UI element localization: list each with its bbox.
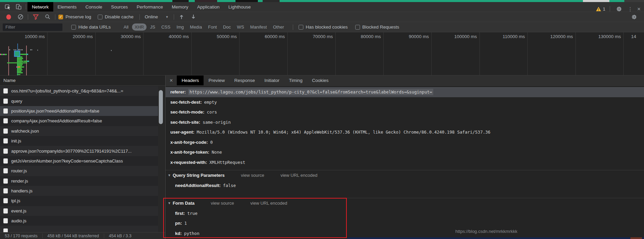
request-name: getJsVersionNumber.json?keyCode=senseCap…	[11, 158, 123, 164]
request-row[interactable]: getJsVersionNumber.json?keyCode=senseCap…	[0, 156, 158, 166]
detail-tab-timing[interactable]: Timing	[284, 75, 307, 85]
param-value[interactable]: 1	[184, 221, 187, 226]
detail-tab-cookies[interactable]: Cookies	[307, 75, 333, 85]
type-filter-media[interactable]: Media	[187, 23, 205, 31]
request-row[interactable]: approve.json?companyIds=307709%2C1179141…	[0, 146, 158, 156]
tab-lighthouse[interactable]: Lighthouse	[224, 2, 255, 12]
request-row[interactable]: positionAjax.json?needAddtionalResult=fa…	[0, 106, 158, 116]
request-row[interactable]: companyAjax.json?needAddtionalResult=fal…	[0, 116, 158, 126]
disclosure-triangle-icon[interactable]: ▼	[168, 201, 171, 205]
request-row[interactable]: tpl.js	[0, 196, 158, 206]
request-name: oss.html?u=/jobs/list_python/p-city_0&q=…	[11, 88, 123, 93]
param-name: first:	[175, 211, 185, 216]
header-value[interactable]: same-origin	[203, 120, 231, 125]
param-line: pn:1	[166, 218, 644, 228]
request-list-scrollbar-thumb[interactable]	[159, 90, 163, 124]
hide-data-urls-checkbox[interactable]: Hide data URLs	[71, 24, 111, 30]
detail-tab-initiator[interactable]: Initiator	[260, 75, 284, 85]
header-name: sec-fetch-mode:	[170, 109, 204, 115]
close-detail-icon[interactable]: ×	[166, 75, 177, 85]
request-row[interactable]: handlers.js	[0, 186, 158, 196]
param-value[interactable]: false	[223, 183, 236, 188]
header-value[interactable]: cors	[207, 109, 217, 115]
disable-cache-checkbox[interactable]: Disable cache	[98, 14, 134, 19]
param-name: pn:	[175, 221, 182, 226]
record-network-log-icon[interactable]	[4, 13, 13, 21]
view-source-link[interactable]: view source	[211, 201, 234, 206]
request-row[interactable]: render.js	[0, 176, 158, 186]
timeline-section: 110000 ms	[480, 32, 528, 75]
detail-tab-response[interactable]: Response	[229, 75, 260, 85]
header-line: referer:https://www.lagou.com/jobs/list_…	[166, 87, 644, 97]
header-value[interactable]: None	[212, 150, 222, 155]
header-value[interactable]: Mozilla/5.0 (Windows NT 10.0; Win64; x64…	[197, 130, 490, 135]
header-value[interactable]: empty	[204, 100, 217, 105]
close-devtools-icon[interactable]: ×	[637, 6, 641, 12]
view-URL-encoded-link[interactable]: view URL encoded	[250, 201, 287, 206]
type-filter-other[interactable]: Other	[270, 23, 287, 31]
network-settings-gear-icon[interactable]	[630, 13, 639, 21]
type-filter-js[interactable]: JS	[147, 23, 158, 31]
param-value[interactable]: true	[187, 211, 197, 216]
type-filter-img[interactable]: Img	[174, 23, 187, 31]
watermark: https://blog.csdn.net/mrkkmrkkk	[455, 229, 517, 234]
tab-elements[interactable]: Elements	[53, 2, 81, 12]
tab-sources[interactable]: Sources	[107, 2, 132, 12]
disclosure-triangle-icon[interactable]: ▼	[168, 173, 171, 177]
type-filter-manifest[interactable]: Manifest	[247, 23, 269, 31]
import-har-icon[interactable]	[177, 13, 186, 21]
request-row[interactable]: audio.js	[0, 216, 158, 226]
request-name: companyAjax.json?needAddtionalResult=fal…	[11, 118, 102, 123]
preserve-log-checkbox[interactable]: ✓ Preserve log	[58, 14, 91, 19]
type-filter-font[interactable]: Font	[205, 23, 220, 31]
section-header: ▼Form Dataview sourceview URL encoded	[166, 198, 644, 208]
request-detail-panel: × HeadersPreviewResponseInitiatorTimingC…	[166, 75, 644, 239]
header-value[interactable]: XMLHttpRequest	[209, 160, 245, 165]
request-row[interactable]	[0, 226, 158, 232]
type-filter-all[interactable]: All	[121, 23, 131, 31]
header-line: sec-fetch-dest:empty	[166, 97, 644, 107]
device-toolbar-icon[interactable]	[14, 3, 23, 11]
search-icon[interactable]	[43, 13, 52, 21]
name-column-header[interactable]: Name	[0, 75, 165, 86]
filter-input[interactable]	[3, 23, 62, 31]
param-name: kd:	[175, 231, 182, 236]
tab-application[interactable]: Application	[193, 2, 224, 12]
inspect-element-icon[interactable]	[3, 3, 12, 11]
type-filter-ws[interactable]: WS	[234, 23, 247, 31]
type-filter-css[interactable]: CSS	[158, 23, 173, 31]
throttling-dropdown[interactable]: Online ▼	[143, 14, 171, 19]
header-line: sec-fetch-mode:cors	[166, 107, 644, 117]
detail-tab-headers[interactable]: Headers	[177, 75, 204, 85]
request-row[interactable]: router.js	[0, 166, 158, 176]
request-row[interactable]: query	[0, 96, 158, 106]
request-row[interactable]: init.js	[0, 136, 158, 146]
document-icon	[3, 118, 8, 123]
type-filter-xhr[interactable]: XHR	[132, 23, 147, 31]
request-row[interactable]: wafcheck.json	[0, 126, 158, 136]
issues-warning-badge[interactable]: 1	[596, 6, 605, 12]
request-row[interactable]: event.js	[0, 206, 158, 216]
blocked-requests-checkbox[interactable]: Blocked Requests	[355, 24, 399, 30]
header-value[interactable]: https://www.lagou.com/jobs/list_python/p…	[188, 89, 434, 95]
type-filter-doc[interactable]: Doc	[220, 23, 233, 31]
view-source-link[interactable]: view source	[241, 173, 264, 178]
request-row[interactable]: oss.html?u=/jobs/list_python/p-city_0&q=…	[0, 86, 158, 96]
header-name: x-anit-forge-code:	[170, 140, 208, 145]
has-blocked-cookies-checkbox[interactable]: Has blocked cookies	[299, 24, 348, 30]
export-har-icon[interactable]	[189, 13, 198, 21]
tab-performance[interactable]: Performance	[132, 2, 167, 12]
view-URL-encoded-link[interactable]: view URL encoded	[281, 173, 318, 178]
more-options-icon[interactable]: ⋮	[628, 6, 633, 12]
header-value[interactable]: 0	[210, 140, 213, 145]
checkbox-checked-icon: ✓	[58, 15, 63, 19]
tab-network[interactable]: Network	[27, 2, 53, 12]
tab-memory[interactable]: Memory	[167, 2, 193, 12]
tab-console[interactable]: Console	[81, 2, 107, 12]
clear-network-log-icon[interactable]	[16, 13, 25, 21]
detail-tab-preview[interactable]: Preview	[204, 75, 229, 85]
document-icon	[3, 149, 8, 154]
param-value[interactable]: python	[184, 231, 200, 236]
summary-segment: 458 kB / 544 kB transferred	[43, 234, 104, 238]
filter-funnel-icon[interactable]	[31, 13, 40, 21]
